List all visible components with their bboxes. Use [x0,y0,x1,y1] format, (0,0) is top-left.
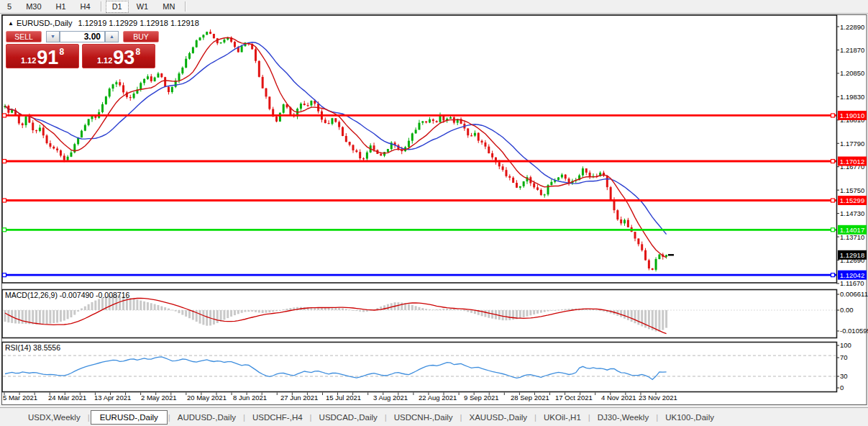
date-axis-label: 28 Sep 2021 [511,394,549,402]
tab-separator: | [534,413,536,422]
hline-handle[interactable] [831,114,835,117]
macd-axis-label: 0.006611 [840,290,868,298]
tab-separator: | [588,413,590,422]
price-axis-tick: 1.20850 [840,69,864,77]
date-axis-label: 24 Mar 2021 [48,394,86,402]
hline-price-label: 1.17012 [840,158,864,166]
date-axis-label: 8 Jun 2021 [233,394,267,402]
sell-price-display[interactable]: 1.12 91 8 [6,44,79,68]
date-axis-label: 9 Sep 2021 [464,394,499,402]
tab-uk100-daily[interactable]: UK100-,Daily [659,411,721,424]
macd-indicator-label: MACD(12,26,9) -0.007490 -0.008716 [5,291,129,299]
hline-handle[interactable] [3,199,6,202]
tab-xauusd-daily[interactable]: XAUUSD-,Daily [463,411,534,424]
hline-handle[interactable] [831,160,835,163]
sell-price-big: 91 [37,49,58,67]
chart-header: ▲EURUSD-,Daily1.12919 1.12929 1.12918 1.… [8,19,199,27]
hline-handle[interactable] [831,273,835,277]
timeframe-button-mn[interactable]: MN [156,1,181,13]
collapse-triangle-icon[interactable]: ▲ [8,20,14,27]
rsi-axis-label: 100 [840,341,851,349]
one-click-trade-panel: SELL ▼ 3.00 ▲ BUY 1.12 91 8 1.12 93 8 [6,31,159,68]
rsi-axis-label: 0 [840,384,844,391]
trading-platform-window: 1.228901.218701.208501.198301.188101.177… [0,0,868,426]
price-axis-tick: 1.14730 [840,209,864,217]
price-axis-tick: 1.15750 [840,186,864,194]
tab-separator: | [243,413,245,422]
price-axis-tick: 1.21870 [840,46,864,54]
buy-button[interactable]: BUY [123,31,159,42]
date-axis-label: 13 Apr 2021 [94,394,131,402]
tab-separator: | [385,413,387,422]
timeframe-button-h4[interactable]: H4 [74,1,97,13]
hline-handle[interactable] [831,199,835,202]
rsi-axis-label: 70 [840,353,848,361]
macd-axis-label: -0.010595 [840,327,868,335]
tab-separator: | [88,413,90,422]
date-axis-label: 4 Nov 2021 [601,394,636,402]
tab-ukoil-h1[interactable]: UKOil-,H1 [537,411,588,424]
hline-handle[interactable] [3,228,6,232]
rsi-indicator-label: RSI(14) 38.5556 [5,343,60,352]
date-axis-label: 27 Jun 2021 [280,394,318,402]
sell-button[interactable]: SELL [6,31,42,42]
tab-audusd-daily[interactable]: AUDUSD-,Daily [171,411,242,424]
date-axis-label: 15 Jul 2021 [326,394,361,402]
buy-price-sup: 8 [135,47,140,57]
timeframe-button-m30[interactable]: M30 [19,1,47,13]
volume-input[interactable]: 3.00 [60,31,105,42]
chart-ohlc-values: 1.12919 1.12929 1.12918 1.12918 [78,19,199,27]
timeframe-toolbar: 5M30H1H4D1W1MN [0,0,868,14]
symbol-tabbar: USDX,Weekly|EURUSD-,Daily|AUDUSD-,Daily|… [0,407,868,426]
date-axis-label: 5 Mar 2021 [3,394,37,402]
tab-dj30-weekly[interactable]: DJ30-,Weekly [591,411,655,424]
hline-handle[interactable] [831,228,835,232]
rsi-panel[interactable] [2,343,837,392]
price-axis-tick: 1.17790 [840,140,864,148]
tab-separator: | [656,413,658,422]
hline-handle[interactable] [3,114,6,117]
sell-price-sup: 8 [59,47,64,57]
volume-decrease-button[interactable]: ▼ [46,31,60,42]
hline-price-label: 1.14017 [840,226,864,234]
price-axis-tick: 1.22890 [840,23,864,31]
hline-price-label: 1.12042 [840,271,864,279]
tab-separator: | [168,413,170,422]
tab-separator: | [460,413,462,422]
tab-eurusd-daily[interactable]: EURUSD-,Daily [91,410,168,425]
toolbar-separator [185,1,186,12]
date-axis-label: 17 Oct 2021 [555,394,593,402]
volume-increase-button[interactable]: ▲ [105,31,119,42]
date-axis-label: 20 May 2021 [187,394,227,402]
tab-separator: | [310,413,312,422]
sell-price-prefix: 1.12 [21,56,36,65]
timeframe-button-h1[interactable]: H1 [50,1,73,13]
timeframe-button-d1[interactable]: D1 [106,1,129,13]
date-axis-label: 2 May 2021 [141,394,177,402]
tab-usdchf-h4[interactable]: USDCHF-,H4 [246,411,309,424]
date-axis-label: 3 Aug 2021 [373,394,408,402]
rsi-axis-label: 30 [840,372,848,380]
price-axis-tick: 1.19830 [840,93,864,101]
toolbar-separator [101,1,102,12]
buy-price-display[interactable]: 1.12 93 8 [82,44,155,68]
hline-price-label: 1.19010 [840,112,864,119]
date-axis-label: 23 Nov 2021 [639,394,677,402]
hline-price-label: 1.15299 [840,196,864,204]
date-axis-label: 22 Aug 2021 [419,394,457,402]
timeframe-button-5[interactable]: 5 [1,1,18,13]
timeframe-button-w1[interactable]: W1 [130,1,155,13]
last-price-label: 1.12918 [840,251,864,259]
hline-handle[interactable] [3,273,6,277]
tab-usdx-weekly[interactable]: USDX,Weekly [22,411,87,424]
macd-axis-label: 0.00 [840,306,854,314]
tab-usdcad-daily[interactable]: USDCAD-,Daily [313,411,384,424]
price-axis-tick: 1.11670 [840,279,864,287]
buy-price-prefix: 1.12 [97,56,112,65]
last-price-pointer [668,254,674,255]
chart-symbol-label: EURUSD-,Daily [17,19,73,27]
hline-handle[interactable] [3,160,6,163]
tab-usdcnh-daily[interactable]: USDCNH-,Daily [388,411,460,424]
buy-price-big: 93 [113,49,134,67]
